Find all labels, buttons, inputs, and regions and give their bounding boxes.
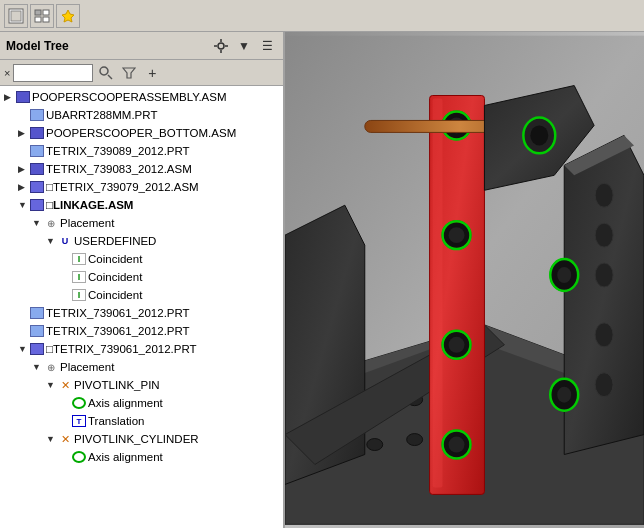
tree-item[interactable]: TETRIX_739061_2012.PRT: [0, 304, 283, 322]
tree-item[interactable]: ▼□TETRIX_739061_2012.PRT: [0, 340, 283, 358]
tree-item-label: UBARRT288MM.PRT: [46, 109, 157, 121]
toolbar-btn-3[interactable]: [56, 4, 80, 28]
3d-viewport[interactable]: [285, 32, 644, 528]
tree-item-label: TETRIX_739061_2012.PRT: [46, 325, 190, 337]
tree-item-icon: [30, 199, 44, 211]
tree-item-label: PIVOTLINK_CYLINDER: [74, 433, 199, 445]
svg-rect-1: [11, 11, 21, 21]
tree-item-label: Coincident: [88, 253, 142, 265]
tree-item-icon: [30, 163, 44, 175]
panel-header-icons: ▼ ☰: [211, 36, 277, 56]
tree-item[interactable]: ▶POOPERSCOOPERASSEMBLY.ASM: [0, 88, 283, 106]
expand-arrow[interactable]: ▶: [18, 182, 30, 192]
settings-icon[interactable]: [211, 36, 231, 56]
expand-arrow[interactable]: ▶: [18, 164, 30, 174]
svg-point-29: [595, 373, 613, 397]
tree-item[interactable]: TTranslation: [0, 412, 283, 430]
tree-item[interactable]: Axis alignment: [0, 448, 283, 466]
svg-line-12: [108, 75, 112, 79]
tree-item-icon: I: [72, 271, 86, 283]
tree-item[interactable]: TETRIX_739061_2012.PRT: [0, 322, 283, 340]
search-toolbar: × +: [0, 60, 283, 86]
svg-point-25: [595, 183, 613, 207]
tree-item[interactable]: ICoincident: [0, 250, 283, 268]
tree-item-label: POOPERSCOOPER_BOTTOM.ASM: [46, 127, 236, 139]
tree-item-icon: I: [72, 289, 86, 301]
tree-item[interactable]: ▼⊕Placement: [0, 358, 283, 376]
svg-point-27: [595, 263, 613, 287]
main-area: Model Tree ▼ ☰ ×: [0, 32, 644, 528]
tree-item[interactable]: ▼□LINKAGE.ASM: [0, 196, 283, 214]
tree-item-icon: [30, 325, 44, 337]
svg-point-22: [407, 434, 423, 446]
svg-point-52: [557, 267, 571, 283]
top-toolbar: [0, 0, 644, 32]
panel-header: Model Tree ▼ ☰: [0, 32, 283, 60]
expand-arrow[interactable]: ▼: [46, 236, 58, 246]
tree-item-icon: ⊕: [44, 361, 58, 373]
tree-item-label: POOPERSCOOPERASSEMBLY.ASM: [32, 91, 227, 103]
expand-arrow[interactable]: ▶: [18, 128, 30, 138]
tree-item-label: Placement: [60, 217, 114, 229]
svg-rect-4: [35, 17, 41, 22]
toolbar-btn-1[interactable]: [4, 4, 28, 28]
search-input[interactable]: [13, 64, 93, 82]
tree-container[interactable]: ▶POOPERSCOOPERASSEMBLY.ASMUBARRT288MM.PR…: [0, 86, 283, 528]
add-btn[interactable]: +: [142, 63, 162, 83]
tree-item-icon: [30, 109, 44, 121]
tree-item[interactable]: ▼UUSERDEFINED: [0, 232, 283, 250]
tree-item-icon: ✕: [58, 433, 72, 445]
tree-item-label: □TETRIX_739079_2012.ASM: [46, 181, 199, 193]
tree-item[interactable]: ▶POOPERSCOOPER_BOTTOM.ASM: [0, 124, 283, 142]
menu-icon[interactable]: ☰: [257, 36, 277, 56]
tree-item[interactable]: ▶TETRIX_739083_2012.ASM: [0, 160, 283, 178]
tree-item-icon: ✕: [58, 379, 72, 391]
tree-item[interactable]: ▼⊕Placement: [0, 214, 283, 232]
expand-arrow[interactable]: ▼: [46, 434, 58, 444]
svg-point-38: [449, 227, 465, 243]
expand-arrow[interactable]: ▼: [18, 344, 30, 354]
expand-arrow[interactable]: ▼: [32, 218, 44, 228]
tree-item[interactable]: ICoincident: [0, 286, 283, 304]
tree-item[interactable]: TETRIX_739089_2012.PRT: [0, 142, 283, 160]
tree-item[interactable]: ▼✕PIVOTLINK_CYLINDER: [0, 430, 283, 448]
svg-marker-13: [123, 68, 135, 78]
tree-item-icon: [72, 397, 86, 409]
tree-item[interactable]: ICoincident: [0, 268, 283, 286]
tree-item-label: TETRIX_739083_2012.ASM: [46, 163, 192, 175]
svg-point-26: [595, 223, 613, 247]
search-btn[interactable]: [96, 63, 116, 83]
dropdown-icon[interactable]: ▼: [234, 36, 254, 56]
tree-item-icon: [30, 127, 44, 139]
tree-item-icon: [30, 343, 44, 355]
svg-rect-3: [43, 10, 49, 15]
left-panel: Model Tree ▼ ☰ ×: [0, 32, 285, 528]
search-close-btn[interactable]: ×: [4, 67, 10, 79]
toolbar-btn-2[interactable]: [30, 4, 54, 28]
tree-item-label: Axis alignment: [88, 451, 163, 463]
expand-arrow[interactable]: ▶: [4, 92, 16, 102]
expand-arrow[interactable]: ▼: [32, 362, 44, 372]
expand-arrow[interactable]: ▼: [46, 380, 58, 390]
svg-rect-2: [35, 10, 41, 15]
svg-rect-33: [433, 99, 443, 488]
tree-item-icon: [72, 451, 86, 463]
svg-point-55: [557, 387, 571, 403]
tree-item[interactable]: UBARRT288MM.PRT: [0, 106, 283, 124]
tree-item-label: □LINKAGE.ASM: [46, 199, 133, 211]
tree-item-label: USERDEFINED: [74, 235, 156, 247]
tree-item-label: Coincident: [88, 271, 142, 283]
expand-arrow[interactable]: ▼: [18, 200, 30, 210]
svg-rect-5: [43, 17, 49, 22]
filter-btn[interactable]: [119, 63, 139, 83]
tree-item-label: PIVOTLINK_PIN: [74, 379, 160, 391]
panel-title: Model Tree: [6, 39, 69, 53]
svg-point-11: [100, 67, 108, 75]
tree-item-label: TETRIX_739061_2012.PRT: [46, 307, 190, 319]
svg-point-28: [595, 323, 613, 347]
tree-item[interactable]: ▼✕PIVOTLINK_PIN: [0, 376, 283, 394]
tree-item-icon: [16, 91, 30, 103]
tree-item[interactable]: Axis alignment: [0, 394, 283, 412]
tree-item-icon: [30, 181, 44, 193]
tree-item[interactable]: ▶□TETRIX_739079_2012.ASM: [0, 178, 283, 196]
